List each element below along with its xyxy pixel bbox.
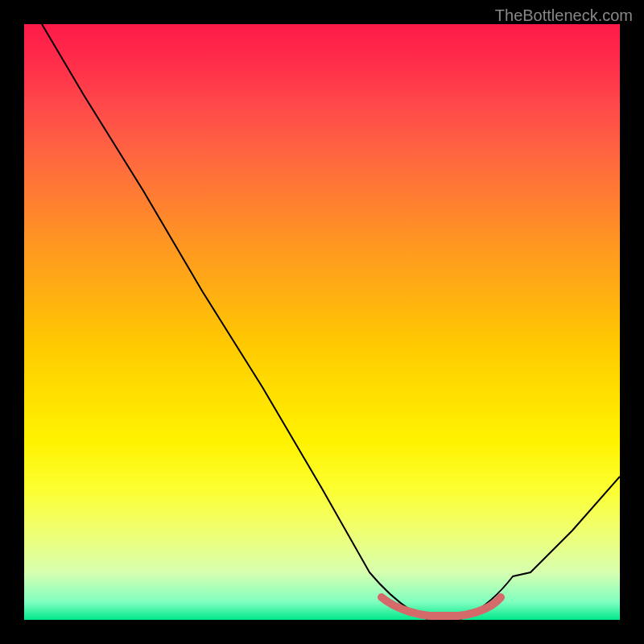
chart-plot-area: [24, 24, 620, 620]
bottleneck-curve-line: [42, 24, 620, 620]
watermark-text: TheBottleneck.com: [495, 6, 633, 25]
chart-svg: [24, 24, 620, 620]
optimal-range-highlight: [382, 597, 501, 616]
